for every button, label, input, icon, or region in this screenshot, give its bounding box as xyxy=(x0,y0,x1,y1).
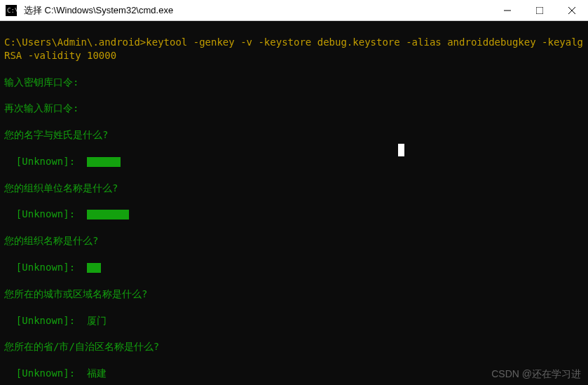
window-titlebar: C:\ 选择 C:\Windows\System32\cmd.exe xyxy=(0,0,588,21)
output-line: 您的组织名称是什么? xyxy=(4,234,584,248)
svg-text:C:\: C:\ xyxy=(7,7,17,14)
terminal-output[interactable]: C:\Users\Admin\.android>keytool -genkey … xyxy=(0,21,588,385)
unknown-prompt: [Unknown]: xyxy=(4,315,87,326)
output-line: 您所在的省/市/自治区名称是什么? xyxy=(4,340,584,353)
window-controls xyxy=(491,0,588,21)
close-button[interactable] xyxy=(556,0,588,21)
output-line: 再次输入新口令: xyxy=(4,102,584,115)
input-value: 厦门 xyxy=(87,315,107,326)
window-title: 选择 C:\Windows\System32\cmd.exe xyxy=(22,4,491,17)
redacted-block xyxy=(87,263,101,273)
output-line: 您的名字与姓氏是什么? xyxy=(4,128,584,142)
unknown-prompt: [Unknown]: xyxy=(4,262,87,273)
input-value: 福建 xyxy=(87,367,107,379)
cmd-icon: C:\ xyxy=(4,4,18,18)
unknown-prompt: [Unknown]: xyxy=(4,367,87,379)
maximize-button[interactable] xyxy=(524,0,556,21)
redacted-block xyxy=(87,210,129,219)
output-line: 您的组织单位名称是什么? xyxy=(4,182,584,195)
redacted-block xyxy=(87,157,121,167)
output-line: 您所在的城市或区域名称是什么? xyxy=(4,288,584,301)
unknown-prompt: [Unknown]: xyxy=(4,156,87,167)
text-cursor xyxy=(398,144,404,156)
unknown-prompt: [Unknown]: xyxy=(4,208,87,219)
minimize-button[interactable] xyxy=(491,0,524,21)
output-line: 输入密钥库口令: xyxy=(4,76,584,89)
watermark: CSDN @还在学习进 xyxy=(491,367,581,381)
prompt-path: C:\Users\Admin\.android> xyxy=(4,36,146,48)
svg-rect-3 xyxy=(536,7,543,14)
